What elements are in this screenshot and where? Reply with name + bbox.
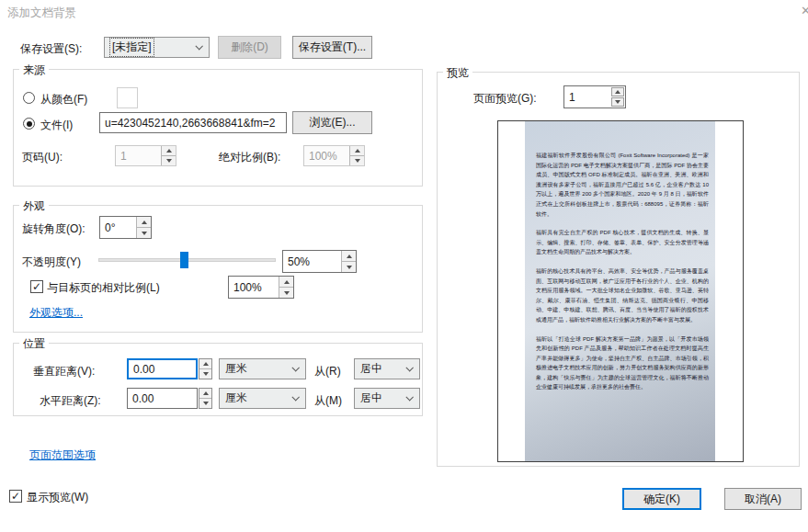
opacity-value: 50% bbox=[288, 255, 310, 268]
color-swatch[interactable] bbox=[117, 87, 138, 108]
close-icon[interactable]: ✕ bbox=[801, 4, 808, 17]
source-group-title: 来源 bbox=[19, 62, 49, 78]
vertical-unit-combo[interactable]: 厘米 bbox=[219, 358, 306, 379]
dialog-title: 添加文档背景 bbox=[7, 6, 76, 21]
preview-group-title: 预览 bbox=[443, 65, 472, 81]
save-settings-label: 保存设置(S): bbox=[20, 41, 82, 57]
position-group-title: 位置 bbox=[19, 336, 49, 352]
horizontal-from-combo[interactable]: 居中 bbox=[354, 388, 420, 409]
vertical-distance-stepper[interactable] bbox=[199, 358, 212, 379]
appearance-options-link[interactable]: 外观选项... bbox=[29, 305, 83, 321]
vertical-unit-value: 厘米 bbox=[225, 361, 247, 377]
file-radio-label: 文件(I) bbox=[40, 118, 73, 133]
ok-button[interactable]: 确定(K) bbox=[622, 488, 701, 510]
file-path-input[interactable]: u=4230452140,2663668841&fm=2 bbox=[99, 112, 287, 133]
horizontal-unit-value: 厘米 bbox=[225, 391, 247, 406]
absolute-scale-spinner: 100% bbox=[303, 145, 365, 166]
chevron-down-icon bbox=[405, 364, 413, 371]
rotation-value: 0° bbox=[105, 221, 115, 234]
save-settings-combo[interactable]: [未指定] bbox=[104, 37, 210, 58]
show-preview-checkbox[interactable]: ✓ bbox=[9, 490, 22, 503]
file-radio[interactable] bbox=[23, 118, 35, 130]
relative-scale-value: 100% bbox=[233, 281, 262, 294]
save-settings-button[interactable]: 保存设置(T)... bbox=[292, 36, 372, 59]
horizontal-distance-input[interactable]: 0.00 bbox=[127, 388, 198, 409]
from-color-label: 从颜色(F) bbox=[40, 92, 87, 108]
relative-scale-label: 与目标页的相对比例(L) bbox=[47, 280, 160, 296]
horizontal-unit-combo[interactable]: 厘米 bbox=[219, 388, 306, 409]
page-number-value: 1 bbox=[120, 150, 127, 163]
relative-scale-spinner[interactable]: 100% bbox=[228, 276, 294, 299]
preview-document-text: 福建福昕软件开发股份有限公司 (Foxit Software Incorpora… bbox=[536, 151, 709, 402]
absolute-scale-label: 绝对比例(B): bbox=[219, 150, 280, 165]
page-preview-spinner[interactable]: 1 bbox=[563, 85, 626, 108]
page-number-label: 页码(U): bbox=[22, 150, 63, 165]
vertical-from-label: 从(R) bbox=[314, 364, 341, 379]
horizontal-from-label: 从(M) bbox=[314, 393, 342, 409]
horizontal-distance-label: 水平距离(Z): bbox=[40, 393, 101, 409]
browse-button[interactable]: 浏览(E)... bbox=[292, 111, 372, 134]
cancel-button[interactable]: 取消(A) bbox=[724, 488, 802, 510]
chevron-down-icon bbox=[291, 364, 299, 371]
opacity-slider-thumb[interactable] bbox=[180, 252, 188, 268]
chevron-down-icon bbox=[405, 393, 413, 401]
vertical-distance-input[interactable]: 0.00 bbox=[127, 358, 198, 379]
vertical-distance-label: 垂直距离(V): bbox=[33, 364, 95, 379]
absolute-scale-value: 100% bbox=[309, 150, 337, 163]
preview-page: 福建福昕软件开发股份有限公司 (Foxit Software Incorpora… bbox=[497, 120, 744, 462]
vertical-from-combo[interactable]: 居中 bbox=[354, 358, 420, 379]
add-document-background-dialog: 添加文档背景 ✕ 保存设置(S): [未指定] 删除(D) 保存设置(T)...… bbox=[0, 0, 808, 532]
opacity-spinner[interactable]: 50% bbox=[282, 250, 357, 273]
relative-scale-checkbox[interactable]: ✓ bbox=[30, 280, 43, 293]
horizontal-distance-stepper[interactable] bbox=[199, 388, 212, 409]
vertical-from-value: 居中 bbox=[360, 361, 382, 377]
appearance-group-title: 外观 bbox=[19, 198, 49, 214]
chevron-down-icon bbox=[291, 393, 299, 401]
chevron-down-icon bbox=[195, 42, 202, 50]
page-number-spinner: 1 bbox=[115, 145, 176, 166]
opacity-label: 不透明度(Y) bbox=[22, 255, 81, 270]
rotation-label: 旋转角度(O): bbox=[22, 221, 85, 237]
page-preview-value: 1 bbox=[569, 91, 575, 104]
from-color-radio[interactable] bbox=[23, 92, 35, 104]
delete-button: 删除(D) bbox=[218, 36, 281, 59]
rotation-spinner[interactable]: 0° bbox=[99, 216, 152, 239]
page-preview-label: 页面预览(G): bbox=[473, 91, 537, 107]
show-preview-label: 显示预览(W) bbox=[27, 490, 88, 505]
save-settings-combo-value: [未指定] bbox=[110, 39, 154, 56]
horizontal-from-value: 居中 bbox=[360, 391, 382, 406]
page-range-options-link[interactable]: 页面范围选项 bbox=[29, 447, 96, 463]
